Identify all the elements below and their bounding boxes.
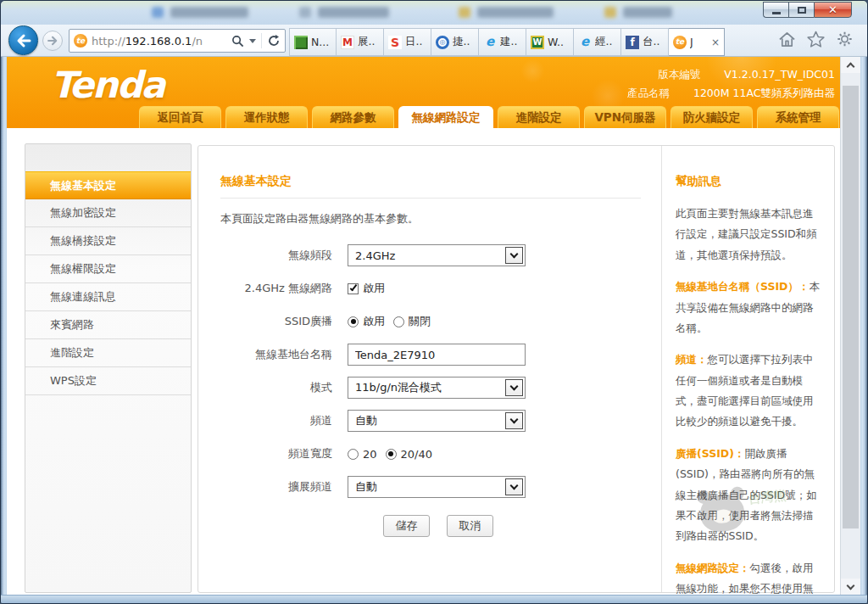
- browser-tab[interactable]: S 日..: [384, 28, 431, 56]
- address-bar[interactable]: te http://192.168.0.1/n: [69, 29, 286, 53]
- tab-vpn-server[interactable]: VPN伺服器: [584, 106, 666, 128]
- dropdown-button[interactable]: [505, 379, 523, 396]
- help-title: 幫助訊息: [676, 174, 822, 189]
- url-path: /n: [192, 35, 203, 48]
- chevron-down-icon: [510, 383, 519, 391]
- dropdown-button[interactable]: [505, 247, 523, 264]
- back-button[interactable]: [8, 25, 38, 55]
- scroll-up-button[interactable]: [841, 57, 860, 73]
- help-term: 廣播(SSID)：: [676, 447, 744, 460]
- bandwidth-2040-label: 20/40: [401, 448, 432, 461]
- tab-firewall[interactable]: 防火牆設定: [670, 106, 753, 128]
- bandwidth-20-radio[interactable]: [348, 449, 359, 460]
- bandwidth-2040-radio[interactable]: [386, 449, 397, 460]
- radio-dot: [388, 451, 393, 456]
- browser-tab[interactable]: e 建..: [479, 28, 526, 56]
- tab-system-admin[interactable]: 系統管理: [757, 106, 839, 128]
- browser-tab-active[interactable]: te J ×: [669, 28, 725, 56]
- ssid-broadcast-off-radio[interactable]: [393, 316, 404, 327]
- refresh-icon[interactable]: [267, 34, 281, 48]
- channel-select[interactable]: 自動: [348, 410, 526, 432]
- form-buttons: 儲存 取消: [348, 515, 661, 537]
- tenda-favicon: te: [74, 34, 87, 48]
- version-label: 版本編號: [658, 68, 700, 82]
- dropdown-button[interactable]: [505, 412, 523, 429]
- maximize-button[interactable]: [788, 2, 814, 18]
- window-frame-right: [860, 57, 867, 603]
- channel-label: 頻道: [220, 413, 332, 428]
- browser-tab[interactable]: W W..: [526, 28, 574, 56]
- mode-select[interactable]: 11b/g/n混合模式: [348, 377, 526, 399]
- tab-network-params[interactable]: 網路參數: [312, 106, 394, 128]
- enable-checkbox[interactable]: [348, 283, 359, 294]
- minimize-icon: [772, 12, 781, 14]
- settings-form: 無線基本設定 本頁面設定路由器無線網路的基本參數。 無線頻段 2.4GHz: [198, 146, 661, 592]
- sidebar-item-wireless-clients[interactable]: 無線連線訊息: [25, 283, 191, 311]
- save-button[interactable]: 儲存: [383, 515, 430, 537]
- band-select[interactable]: 2.4GHz: [348, 244, 526, 266]
- form-row-ext-channel: 擴展頻道 自動: [220, 476, 661, 498]
- form-row-enable: 2.4GHz 無線網路 啟用: [220, 277, 661, 299]
- browser-tab[interactable]: f 台..: [621, 28, 669, 56]
- enable-label: 2.4GHz 無線網路: [220, 281, 332, 296]
- scroll-down-button[interactable]: [841, 579, 860, 595]
- tab-status[interactable]: 運作狀態: [225, 106, 308, 128]
- dropdown-button[interactable]: [505, 478, 523, 495]
- chevron-down-icon: [847, 581, 855, 590]
- browser-tab[interactable]: M 展..: [337, 28, 384, 56]
- tab-label: J: [690, 36, 693, 48]
- ssid-label: 無線基地台名稱: [220, 347, 332, 362]
- url-text[interactable]: http://192.168.0.1/n: [92, 35, 231, 48]
- sidebar-item-wireless-bridge[interactable]: 無線橋接設定: [25, 227, 191, 255]
- browser-tab[interactable]: ◎ 捷..: [431, 28, 479, 56]
- forward-button[interactable]: [42, 31, 63, 51]
- window-titlebar[interactable]: ✕: [1, 1, 867, 25]
- favorites-star-icon[interactable]: [807, 31, 825, 48]
- tab-label: N...: [311, 36, 329, 48]
- home-icon[interactable]: [778, 31, 796, 48]
- mode-label: 模式: [220, 380, 332, 395]
- sidebar-item-wireless-access[interactable]: 無線權限設定: [25, 255, 191, 283]
- sidebar-item-wireless-basic[interactable]: 無線基本設定: [25, 171, 191, 199]
- help-section-channel: 頻道：您可以選擇下拉列表中任何一個頻道或者是自動模式，盡可能選擇目前區域使用比較…: [676, 350, 822, 433]
- sidebar: 無線基本設定 無線加密設定 無線橋接設定 無線權限設定 無線連線訊息 來賓網路 …: [25, 143, 192, 593]
- tab-home[interactable]: 返回首頁: [139, 106, 221, 128]
- main-card: 無線基本設定 本頁面設定路由器無線網路的基本參數。 無線頻段 2.4GHz: [198, 145, 835, 593]
- page-scrollbar[interactable]: [840, 57, 860, 595]
- blurred-background-text: [318, 7, 389, 18]
- tab-label: 展..: [358, 35, 375, 49]
- page-title: 無線基本設定: [220, 174, 661, 189]
- tenda-favicon: te: [673, 36, 687, 49]
- tab-label: 建..: [500, 35, 517, 49]
- sidebar-item-wireless-security[interactable]: 無線加密設定: [25, 199, 191, 227]
- site-favicon: [294, 36, 308, 49]
- ssid-broadcast-on-radio[interactable]: [348, 316, 359, 327]
- close-button[interactable]: ✕: [814, 2, 852, 18]
- tab-advanced[interactable]: 進階設定: [498, 106, 580, 128]
- minimize-button[interactable]: [763, 2, 788, 18]
- screen: ✕ te http://192.168.0.1/n: [0, 0, 868, 604]
- scrollbar-thumb[interactable]: [843, 86, 859, 528]
- ssid-input[interactable]: [348, 344, 526, 366]
- blurred-background-text: [170, 7, 248, 18]
- search-icon[interactable]: [231, 35, 244, 48]
- help-text: 開啟廣播(SSID)，路由器將向所有的無線主機廣播自己的SSID號；如果不啟用，…: [676, 447, 817, 543]
- sidebar-item-advanced[interactable]: 進階設定: [25, 339, 191, 367]
- sidebar-item-guest-network[interactable]: 來賓網路: [25, 311, 191, 339]
- router-page: Tenda 版本編號 V1.2.0.17_TW_IDC01 產品名稱 1200M…: [7, 57, 842, 595]
- settings-gear-icon[interactable]: [836, 31, 854, 48]
- browser-tab[interactable]: e 經..: [574, 28, 621, 56]
- browser-navbar: te http://192.168.0.1/n: [1, 25, 867, 57]
- ext-channel-select[interactable]: 自動: [348, 476, 526, 498]
- address-dropdown-icon[interactable]: [249, 39, 256, 43]
- address-bar-icons: [231, 33, 281, 48]
- sidebar-item-wps[interactable]: WPS設定: [25, 367, 191, 395]
- window-frame-left: [1, 57, 7, 603]
- cancel-button[interactable]: 取消: [447, 515, 493, 537]
- url-host: 192.168.0.1: [125, 35, 192, 48]
- tab-close-icon[interactable]: ×: [711, 37, 720, 48]
- browser-tab[interactable]: N...: [289, 28, 337, 56]
- tab-wireless-settings[interactable]: 無線網路設定: [398, 106, 493, 128]
- tab-label: 捷..: [453, 35, 470, 49]
- form-row-ssid: 無線基地台名稱: [220, 344, 661, 366]
